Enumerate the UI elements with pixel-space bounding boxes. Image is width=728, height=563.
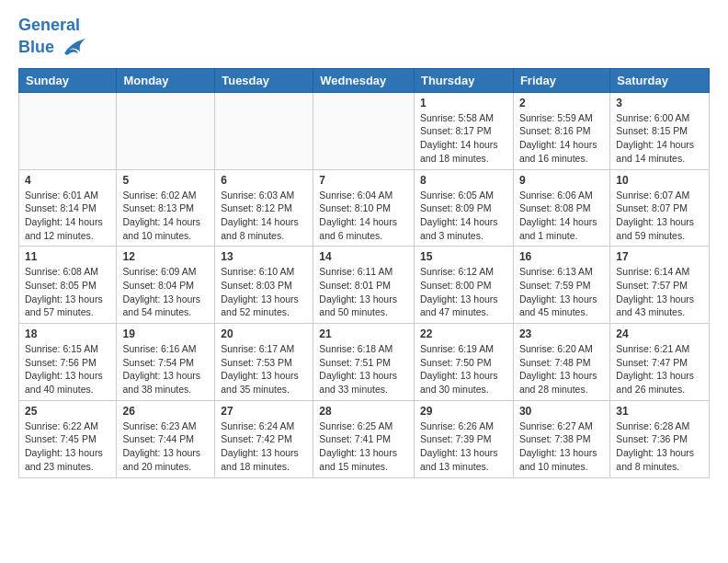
day-number: 27 [221, 405, 307, 418]
logo-bird-icon [60, 35, 87, 61]
day-info: Sunrise: 6:03 AM Sunset: 8:12 PM Dayligh… [221, 189, 307, 243]
weekday-header: Saturday [610, 68, 710, 92]
day-number: 2 [519, 97, 604, 109]
day-info: Sunrise: 6:26 AM Sunset: 7:39 PM Dayligh… [420, 419, 507, 474]
day-info: Sunrise: 6:23 AM Sunset: 7:44 PM Dayligh… [122, 419, 209, 474]
day-info: Sunrise: 5:58 AM Sunset: 8:17 PM Dayligh… [420, 111, 507, 166]
calendar-cell: 14Sunrise: 6:11 AM Sunset: 8:01 PM Dayli… [313, 247, 415, 324]
calendar-cell: 17Sunrise: 6:14 AM Sunset: 7:57 PM Dayli… [610, 247, 710, 324]
calendar-week-row: 11Sunrise: 6:08 AM Sunset: 8:05 PM Dayli… [19, 247, 710, 324]
header: General Blue [18, 17, 710, 61]
day-info: Sunrise: 6:22 AM Sunset: 7:45 PM Dayligh… [25, 419, 110, 474]
day-info: Sunrise: 6:05 AM Sunset: 8:09 PM Dayligh… [420, 189, 507, 243]
weekday-header: Tuesday [215, 68, 313, 92]
calendar-cell: 24Sunrise: 6:21 AM Sunset: 7:47 PM Dayli… [610, 324, 710, 401]
day-info: Sunrise: 6:24 AM Sunset: 7:42 PM Dayligh… [221, 419, 307, 474]
day-number: 16 [519, 250, 604, 263]
day-number: 4 [25, 174, 110, 187]
calendar-week-row: 18Sunrise: 6:15 AM Sunset: 7:56 PM Dayli… [19, 324, 710, 401]
calendar-cell: 27Sunrise: 6:24 AM Sunset: 7:42 PM Dayli… [215, 400, 313, 477]
day-info: Sunrise: 6:18 AM Sunset: 7:51 PM Dayligh… [319, 342, 408, 396]
calendar-cell: 4Sunrise: 6:01 AM Sunset: 8:14 PM Daylig… [19, 169, 117, 247]
weekday-header: Wednesday [313, 68, 415, 92]
calendar-cell [215, 92, 313, 169]
calendar-cell: 28Sunrise: 6:25 AM Sunset: 7:41 PM Dayli… [313, 400, 415, 477]
day-number: 28 [319, 405, 408, 418]
day-number: 23 [519, 327, 604, 340]
day-info: Sunrise: 6:17 AM Sunset: 7:53 PM Dayligh… [221, 342, 307, 396]
day-number: 26 [122, 405, 209, 418]
calendar-cell: 8Sunrise: 6:05 AM Sunset: 8:09 PM Daylig… [414, 169, 513, 247]
calendar-cell: 11Sunrise: 6:08 AM Sunset: 8:05 PM Dayli… [19, 247, 117, 324]
day-info: Sunrise: 6:00 AM Sunset: 8:15 PM Dayligh… [616, 111, 703, 166]
day-number: 25 [25, 405, 110, 418]
calendar-cell: 29Sunrise: 6:26 AM Sunset: 7:39 PM Dayli… [414, 400, 513, 477]
day-info: Sunrise: 6:19 AM Sunset: 7:50 PM Dayligh… [420, 342, 507, 396]
calendar-cell: 22Sunrise: 6:19 AM Sunset: 7:50 PM Dayli… [414, 324, 513, 401]
weekday-header: Monday [117, 68, 215, 92]
day-info: Sunrise: 6:10 AM Sunset: 8:03 PM Dayligh… [221, 265, 307, 319]
calendar-cell [19, 92, 117, 169]
calendar-cell: 3Sunrise: 6:00 AM Sunset: 8:15 PM Daylig… [610, 92, 710, 169]
calendar-cell: 1Sunrise: 5:58 AM Sunset: 8:17 PM Daylig… [414, 92, 513, 169]
day-info: Sunrise: 6:27 AM Sunset: 7:38 PM Dayligh… [519, 419, 604, 474]
calendar-cell: 21Sunrise: 6:18 AM Sunset: 7:51 PM Dayli… [313, 324, 415, 401]
calendar: SundayMondayTuesdayWednesdayThursdayFrid… [18, 68, 710, 478]
day-number: 21 [319, 327, 408, 340]
calendar-cell: 5Sunrise: 6:02 AM Sunset: 8:13 PM Daylig… [117, 169, 215, 247]
day-info: Sunrise: 6:02 AM Sunset: 8:13 PM Dayligh… [122, 189, 209, 243]
day-info: Sunrise: 6:13 AM Sunset: 7:59 PM Dayligh… [519, 265, 604, 319]
page: General Blue SundayMondayTuesdayWednesda… [0, 0, 728, 488]
day-number: 5 [122, 174, 209, 187]
day-number: 10 [616, 174, 703, 187]
day-number: 18 [25, 327, 110, 340]
day-info: Sunrise: 6:01 AM Sunset: 8:14 PM Dayligh… [25, 189, 110, 243]
day-number: 13 [221, 250, 307, 263]
day-number: 9 [519, 174, 604, 187]
calendar-week-row: 1Sunrise: 5:58 AM Sunset: 8:17 PM Daylig… [19, 92, 710, 169]
calendar-cell: 10Sunrise: 6:07 AM Sunset: 8:07 PM Dayli… [610, 169, 710, 247]
day-number: 19 [122, 327, 209, 340]
calendar-cell: 23Sunrise: 6:20 AM Sunset: 7:48 PM Dayli… [513, 324, 609, 401]
day-number: 22 [420, 327, 507, 340]
day-info: Sunrise: 6:08 AM Sunset: 8:05 PM Dayligh… [25, 265, 110, 319]
day-number: 12 [122, 250, 209, 263]
logo: General Blue [18, 17, 87, 61]
day-number: 15 [420, 250, 507, 263]
calendar-cell: 20Sunrise: 6:17 AM Sunset: 7:53 PM Dayli… [215, 324, 313, 401]
day-number: 1 [420, 97, 507, 109]
day-info: Sunrise: 6:16 AM Sunset: 7:54 PM Dayligh… [122, 342, 209, 396]
day-info: Sunrise: 6:06 AM Sunset: 8:08 PM Dayligh… [519, 189, 604, 243]
logo-general: General [18, 16, 80, 34]
calendar-cell: 31Sunrise: 6:28 AM Sunset: 7:36 PM Dayli… [610, 400, 710, 477]
day-info: Sunrise: 6:09 AM Sunset: 8:04 PM Dayligh… [122, 265, 209, 319]
day-info: Sunrise: 6:28 AM Sunset: 7:36 PM Dayligh… [616, 419, 703, 474]
calendar-cell: 16Sunrise: 6:13 AM Sunset: 7:59 PM Dayli… [513, 247, 609, 324]
day-number: 30 [519, 405, 604, 418]
calendar-cell: 30Sunrise: 6:27 AM Sunset: 7:38 PM Dayli… [513, 400, 609, 477]
day-info: Sunrise: 6:04 AM Sunset: 8:10 PM Dayligh… [319, 189, 408, 243]
calendar-cell: 19Sunrise: 6:16 AM Sunset: 7:54 PM Dayli… [117, 324, 215, 401]
day-info: Sunrise: 6:25 AM Sunset: 7:41 PM Dayligh… [319, 419, 408, 474]
day-info: Sunrise: 6:21 AM Sunset: 7:47 PM Dayligh… [616, 342, 703, 396]
day-number: 20 [221, 327, 307, 340]
calendar-cell: 6Sunrise: 6:03 AM Sunset: 8:12 PM Daylig… [215, 169, 313, 247]
calendar-cell: 9Sunrise: 6:06 AM Sunset: 8:08 PM Daylig… [513, 169, 609, 247]
day-number: 7 [319, 174, 408, 187]
day-info: Sunrise: 6:07 AM Sunset: 8:07 PM Dayligh… [616, 189, 703, 243]
day-number: 24 [616, 327, 703, 340]
calendar-cell: 25Sunrise: 6:22 AM Sunset: 7:45 PM Dayli… [19, 400, 117, 477]
calendar-cell: 2Sunrise: 5:59 AM Sunset: 8:16 PM Daylig… [513, 92, 609, 169]
calendar-cell: 18Sunrise: 6:15 AM Sunset: 7:56 PM Dayli… [19, 324, 117, 401]
day-info: Sunrise: 6:11 AM Sunset: 8:01 PM Dayligh… [319, 265, 408, 319]
calendar-cell: 12Sunrise: 6:09 AM Sunset: 8:04 PM Dayli… [117, 247, 215, 324]
day-number: 11 [25, 250, 110, 263]
day-number: 29 [420, 405, 507, 418]
logo-text: General [18, 17, 87, 35]
day-info: Sunrise: 6:14 AM Sunset: 7:57 PM Dayligh… [616, 265, 703, 319]
day-number: 14 [319, 250, 408, 263]
day-info: Sunrise: 6:20 AM Sunset: 7:48 PM Dayligh… [519, 342, 604, 396]
calendar-week-row: 25Sunrise: 6:22 AM Sunset: 7:45 PM Dayli… [19, 400, 710, 477]
calendar-week-row: 4Sunrise: 6:01 AM Sunset: 8:14 PM Daylig… [19, 169, 710, 247]
calendar-header-row: SundayMondayTuesdayWednesdayThursdayFrid… [19, 68, 710, 92]
